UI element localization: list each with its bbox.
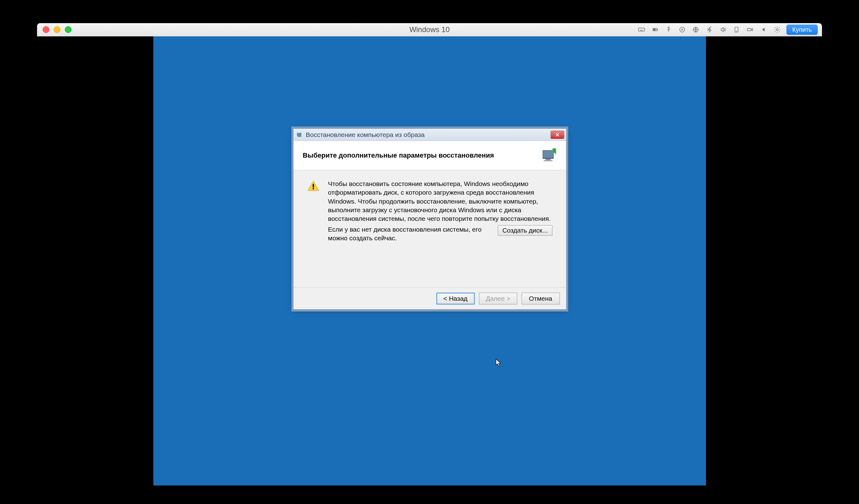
window-maximize-button[interactable] <box>65 26 72 33</box>
dialog-message-text: Чтобы восстановить состояние компьютера,… <box>328 180 552 242</box>
window-title: Windows 10 <box>409 25 450 34</box>
svg-rect-24 <box>545 159 551 160</box>
dialog-header: Выберите дополнительные параметры восста… <box>293 141 566 170</box>
dialog-body: Чтобы восстановить состояние компьютера,… <box>293 170 566 288</box>
keyboard-icon[interactable] <box>637 25 646 34</box>
dialog-footer: < Назад Далее > Отмена <box>293 288 566 309</box>
svg-rect-17 <box>747 28 751 31</box>
battery-icon[interactable] <box>651 25 659 34</box>
volume-icon[interactable] <box>719 25 727 34</box>
message-paragraph-2: Если у вас нет диска восстановления сист… <box>328 225 492 243</box>
recovery-header-icon <box>540 146 559 165</box>
back-arrow-icon[interactable] <box>759 25 768 34</box>
message-paragraph-1: Чтобы восстановить состояние компьютера,… <box>328 180 552 223</box>
dialog-close-button[interactable] <box>551 131 564 139</box>
mac-vm-window: Windows 10 <box>37 23 822 486</box>
window-close-button[interactable] <box>43 26 49 33</box>
svg-point-10 <box>668 27 669 28</box>
svg-rect-26 <box>313 184 314 187</box>
dialog-heading: Выберите дополнительные параметры восста… <box>303 151 494 159</box>
tablet-icon[interactable] <box>732 25 741 34</box>
windows-desktop: Восстановление компьютера из образа Выбе… <box>153 36 706 486</box>
back-button[interactable]: < Назад <box>436 293 474 304</box>
network-icon[interactable] <box>691 25 700 34</box>
svg-rect-25 <box>544 160 552 161</box>
dialog-app-icon <box>296 131 303 138</box>
create-disk-button[interactable]: Создать диск... <box>498 225 552 236</box>
svg-rect-8 <box>657 29 658 30</box>
vm-toolbar: Купить <box>637 25 818 35</box>
gear-icon[interactable] <box>773 25 782 34</box>
svg-point-16 <box>736 31 737 31</box>
usb-icon[interactable] <box>664 25 673 34</box>
mac-titlebar: Windows 10 <box>37 23 822 36</box>
cancel-button[interactable]: Отмена <box>522 293 560 304</box>
dialog-title: Восстановление компьютера из образа <box>306 131 425 138</box>
buy-button[interactable]: Купить <box>786 25 818 35</box>
svg-point-12 <box>680 27 685 32</box>
recovery-dialog: Восстановление компьютера из образа Выбе… <box>293 128 566 310</box>
svg-point-18 <box>776 29 778 31</box>
traffic-lights <box>37 26 72 33</box>
bluetooth-icon[interactable] <box>705 25 714 34</box>
window-minimize-button[interactable] <box>54 26 60 33</box>
warning-icon <box>307 180 319 192</box>
cursor-icon <box>495 358 502 367</box>
camera-icon[interactable] <box>746 25 754 34</box>
vm-display-area: Восстановление компьютера из образа Выбе… <box>37 36 822 486</box>
svg-rect-0 <box>638 28 645 31</box>
svg-point-13 <box>682 29 683 30</box>
svg-rect-23 <box>543 151 553 158</box>
dialog-titlebar[interactable]: Восстановление компьютера из образа <box>293 128 566 141</box>
next-button: Далее > <box>479 293 517 304</box>
svg-rect-27 <box>313 188 314 189</box>
svg-rect-9 <box>653 29 655 30</box>
disc-icon[interactable] <box>678 25 687 34</box>
